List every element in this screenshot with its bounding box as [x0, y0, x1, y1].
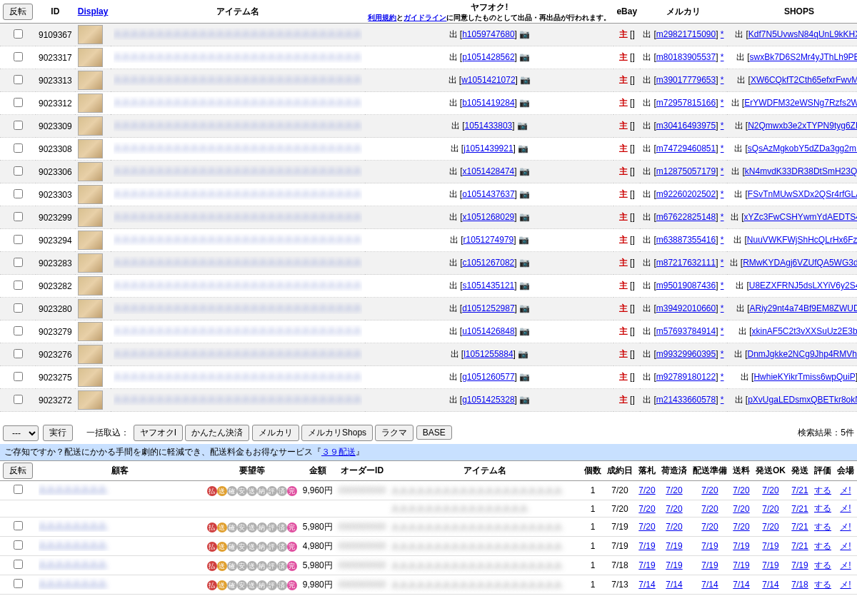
- mercari-link[interactable]: m39492010660: [656, 303, 716, 313]
- order-checkbox[interactable]: [14, 540, 23, 550]
- item-name[interactable]: あああああああああああああああああああああああああああああ: [114, 119, 362, 131]
- shops-link[interactable]: Kdf7N5UvwsN84qUnL9kKHX: [748, 29, 857, 39]
- shops-link[interactable]: swxBk7D6S2Mr4yJThLh9PE: [750, 52, 857, 62]
- star-link[interactable]: *: [721, 258, 724, 268]
- item-name[interactable]: あああああああああああああああああああああああああああああ: [114, 142, 362, 154]
- yahoo-link[interactable]: b1051419284: [462, 98, 514, 108]
- mercari-link[interactable]: m74729460851: [656, 143, 716, 153]
- item-name[interactable]: あああああああああああああああああああああああああああああ: [114, 370, 362, 383]
- yahoo-link[interactable]: r1051274979: [463, 235, 514, 245]
- mercari-link[interactable]: m72957815166: [656, 98, 716, 108]
- row-checkbox[interactable]: [14, 372, 23, 381]
- col-display[interactable]: Display: [75, 0, 111, 24]
- bulk-メルカリShops[interactable]: メルカリShops: [301, 425, 373, 441]
- star-link[interactable]: *: [721, 75, 724, 85]
- item-name[interactable]: あああああああああああああああああああああああああああああ: [114, 348, 362, 360]
- star-link[interactable]: *: [721, 29, 724, 39]
- star-link[interactable]: *: [721, 303, 724, 313]
- thumbnail[interactable]: [78, 116, 103, 136]
- yahoo-link[interactable]: 1051433803: [465, 121, 513, 131]
- shops-link[interactable]: xkinAF5C2t3vXXSuUz2E3b: [752, 326, 857, 336]
- shops-link[interactable]: pXvUgaLEDsmxQBETkr8okN: [748, 395, 857, 405]
- mercari-link[interactable]: m12875057179: [656, 166, 716, 176]
- thumbnail[interactable]: [78, 25, 103, 44]
- item-name[interactable]: あああああああああああああああああああああああああああああ: [114, 325, 362, 337]
- reverse-button[interactable]: 反転: [3, 4, 33, 20]
- item-name[interactable]: あああああああああああああああああああああああああああああ: [114, 393, 362, 405]
- shops-link[interactable]: HwhieKYikrTmiss6wpQuiP: [753, 372, 855, 382]
- thumbnail[interactable]: [78, 94, 103, 113]
- thumbnail[interactable]: [78, 185, 103, 204]
- shops-link[interactable]: RMwKYDAgj6VZUfQA5WG3dW: [743, 258, 857, 268]
- item-name[interactable]: あああああああああああああああああああああああああああああ: [114, 96, 362, 108]
- mercari-link[interactable]: m92789180122: [656, 372, 716, 382]
- row-checkbox[interactable]: [14, 166, 23, 176]
- star-link[interactable]: *: [721, 189, 724, 199]
- shops-link[interactable]: sQsAzMgkobY5dZDa3gg2mF: [748, 143, 857, 153]
- shops-link[interactable]: NuuVWKFWjShHcQLrHx6Fz6: [747, 235, 857, 245]
- bulk-ラクマ[interactable]: ラクマ: [375, 425, 414, 441]
- item-name[interactable]: あああああああああああああああああああああああああああああ: [114, 233, 362, 246]
- yahoo-link[interactable]: x1051268029: [463, 212, 515, 222]
- guideline-link[interactable]: ガイドライン: [404, 14, 446, 21]
- row-checkbox[interactable]: [14, 29, 23, 39]
- item-name[interactable]: あああああああああああああああああああああああああああああ: [114, 279, 362, 291]
- thumbnail[interactable]: [78, 322, 103, 341]
- thumbnail[interactable]: [78, 231, 103, 250]
- item-name[interactable]: あああああああああああああああああああああああああああああ: [114, 256, 362, 268]
- bulk-メルカリ[interactable]: メルカリ: [252, 425, 299, 441]
- yahoo-link[interactable]: j1051439921: [463, 143, 513, 153]
- star-link[interactable]: *: [721, 235, 724, 245]
- item-name[interactable]: あああああああああああああああああああああああああああああ: [114, 188, 362, 200]
- thumbnail[interactable]: [78, 253, 103, 273]
- row-checkbox[interactable]: [14, 326, 23, 335]
- shops-link[interactable]: N2Qmwxb3e2xTYPN9tyg6ZK: [748, 121, 857, 131]
- thumbnail[interactable]: [78, 299, 103, 318]
- row-checkbox[interactable]: [14, 75, 23, 84]
- yahoo-link[interactable]: p1051428562: [462, 52, 514, 62]
- item-name[interactable]: あああああああああああああああああああああああああああああ: [114, 74, 362, 86]
- shops-link[interactable]: XW6CQkfT2Cth65efxrFwvM: [751, 75, 857, 85]
- shops-link[interactable]: U8EZXFRNJ5dsLXYiV6y2S4: [749, 281, 857, 291]
- item-name[interactable]: あああああああああああああああああああああああああああああ: [114, 211, 362, 223]
- customer-link[interactable]: ああああああああ: [39, 483, 201, 495]
- order-checkbox[interactable]: [14, 560, 23, 569]
- star-link[interactable]: *: [721, 121, 724, 131]
- mercari-link[interactable]: m57693784914: [656, 326, 716, 336]
- star-link[interactable]: *: [721, 98, 724, 108]
- mercari-link[interactable]: m39017779653: [656, 75, 716, 85]
- thumbnail[interactable]: [78, 345, 103, 364]
- customer-link[interactable]: ああああああああ: [39, 539, 201, 551]
- mercari-link[interactable]: m63887355416: [656, 235, 716, 245]
- star-link[interactable]: *: [721, 166, 724, 176]
- shops-link[interactable]: FSvTnMUwSXDx2QSr4rfGLA: [748, 189, 857, 199]
- thumbnail[interactable]: [78, 390, 103, 410]
- yahoo-link[interactable]: w1051421072: [461, 75, 515, 85]
- item-name[interactable]: あああああああああああああああああああああああああああああ: [114, 302, 362, 314]
- thumbnail[interactable]: [78, 139, 103, 158]
- yahoo-link[interactable]: g1051425328: [462, 395, 514, 405]
- bulk-BASE[interactable]: BASE: [416, 425, 452, 440]
- shops-link[interactable]: xYZc3FwCSHYwmYdAEDTS43: [744, 212, 857, 222]
- thumbnail[interactable]: [78, 162, 103, 181]
- row-checkbox[interactable]: [14, 143, 23, 153]
- star-link[interactable]: *: [721, 372, 724, 382]
- yahoo-link[interactable]: s1051435121: [463, 281, 515, 291]
- mercari-link[interactable]: m21433660578: [656, 395, 716, 405]
- thumbnail[interactable]: [78, 368, 103, 387]
- mercari-link[interactable]: m67622825148: [656, 212, 716, 222]
- shops-link[interactable]: DnmJgkke2NCg9Jhp4RMVh9: [748, 349, 857, 359]
- row-checkbox[interactable]: [14, 189, 23, 198]
- customer-link[interactable]: ああああああああ: [39, 577, 201, 590]
- row-checkbox[interactable]: [14, 235, 23, 244]
- order-checkbox[interactable]: [14, 579, 23, 588]
- row-checkbox[interactable]: [14, 258, 23, 267]
- item-name[interactable]: あああああああああああああああああああああああああああああ: [114, 165, 362, 177]
- thumbnail[interactable]: [78, 48, 103, 67]
- row-checkbox[interactable]: [14, 98, 23, 107]
- yahoo-link[interactable]: l1051255884: [463, 349, 513, 359]
- item-name[interactable]: あああああああああああああああああああああああああああああ: [114, 51, 362, 63]
- row-checkbox[interactable]: [14, 121, 23, 130]
- row-checkbox[interactable]: [14, 349, 23, 358]
- yahoo-link[interactable]: d1051252987: [462, 303, 514, 313]
